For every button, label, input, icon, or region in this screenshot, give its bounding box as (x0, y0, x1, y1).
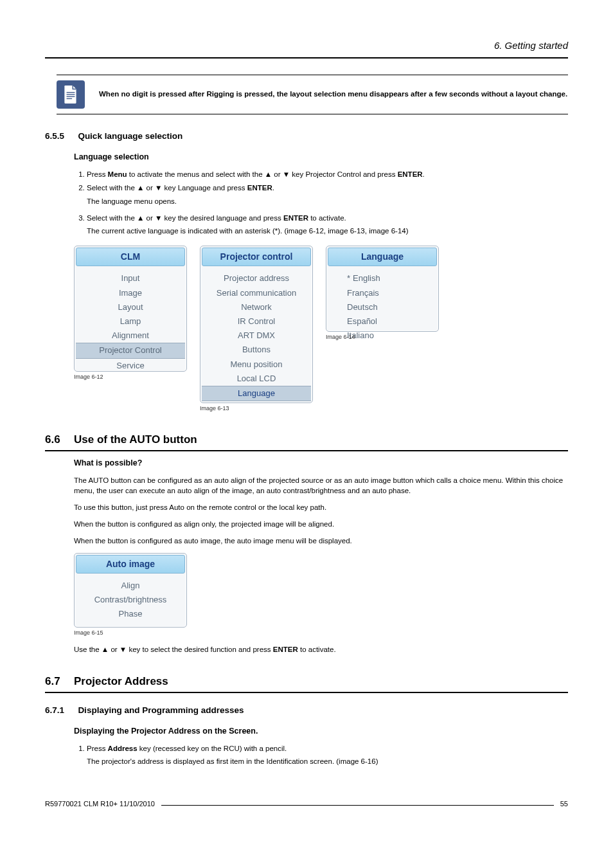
menu-title: Auto image (76, 555, 185, 574)
footer-left: R59770021 CLM R10+ 11/10/2010 (45, 799, 155, 809)
menu-language: Language *EnglishFrançaisDeutschEspañolI… (326, 246, 439, 332)
heading-title: Projector Address (74, 674, 168, 689)
section-rule-66 (45, 450, 568, 451)
txt: key (recessed key on the RCU) with a pen… (138, 745, 287, 752)
sub-heading-lang-sel: Language selection (74, 152, 568, 163)
menu-clm: CLM InputImageLayoutLampAlignmentProject… (74, 246, 187, 372)
menu-item: Projector address (202, 271, 311, 285)
menu-title: Language (328, 248, 437, 267)
menu-item: Menu position (202, 357, 311, 372)
menu-item: Français (347, 286, 425, 300)
p4: When the button is configured as auto im… (74, 536, 568, 546)
note-box: When no digit is pressed after Rigging i… (57, 75, 568, 114)
menu-item: Alignment (76, 329, 185, 343)
document-icon (62, 85, 79, 104)
menu-title: CLM (76, 248, 185, 267)
bold: Address (108, 745, 138, 752)
step-2: Select with the ▲ or ▼ key Language and … (87, 183, 568, 206)
p3: When the button is configured as align o… (74, 519, 568, 529)
txt: Select with the ▲ or ▼ key the desired l… (87, 214, 283, 222)
menu-projector-control: Projector control Projector addressSeria… (200, 246, 313, 403)
menu-item: Buttons (202, 343, 311, 357)
heading-title: Displaying and Programming addresses (78, 705, 244, 717)
steps-655: Press Menu to activate the menus and sel… (74, 169, 568, 235)
heading-title: Use of the AUTO button (74, 432, 197, 448)
note-bottom-rule (57, 114, 568, 114)
p2: To use this button, just press Auto on t… (74, 502, 568, 512)
menu-item: Phase (76, 607, 185, 621)
heading-num: 6.5.5 (45, 131, 64, 141)
heading-671: 6.7.1 Displaying and Programming address… (45, 705, 568, 717)
caption-613: Image 6-13 (200, 404, 313, 413)
step-1: Press Menu to activate the menus and sel… (87, 169, 568, 179)
heading-num: 6.7 (45, 674, 74, 689)
menu-title: Projector control (202, 248, 311, 267)
txt: . (423, 170, 425, 178)
caption-615: Image 6-15 (74, 629, 186, 637)
screenshot-row-1: CLM InputImageLayoutLampAlignmentProject… (74, 246, 568, 413)
menu-item: Language (202, 386, 311, 401)
step1-note: The projector's address is displayed as … (87, 756, 568, 766)
bold: ENTER (283, 214, 308, 222)
menu-item: Serial communication (202, 286, 311, 300)
p5: Use the ▲ or ▼ key to select the desired… (74, 644, 568, 655)
menu-item: Network (202, 300, 311, 314)
menu-item: *English (347, 271, 425, 285)
header-rule (45, 57, 568, 59)
heading-num: 6.6 (45, 432, 74, 448)
menu-item: Deutsch (347, 300, 425, 314)
caption-614: Image 6-14 (326, 333, 439, 341)
heading-655: 6.5.5 Quick language selection (45, 131, 568, 143)
heading-67: 6.7 Projector Address (45, 674, 568, 689)
txt: to activate. (298, 646, 336, 653)
txt: to activate. (308, 214, 346, 222)
sub-heading-display-proj-addr: Displaying the Projector Address on the … (74, 726, 568, 737)
menu-item: Image (76, 286, 185, 300)
txt: Press (87, 170, 108, 178)
menu-item: Español (347, 314, 425, 329)
menu-item: Contrast/brightness (76, 593, 185, 607)
menu-item: Layout (76, 300, 185, 314)
bold: ENTER (398, 170, 423, 178)
page-number: 55 (560, 799, 568, 809)
steps-671: Press Address key (recessed key on the R… (74, 743, 568, 766)
txt: to activate the menus and select with th… (127, 170, 398, 178)
menu-item: Service (76, 359, 185, 373)
txt: Select with the ▲ or ▼ key Language and … (87, 184, 247, 192)
note-icon (57, 80, 85, 109)
menu-item: Align (76, 579, 185, 593)
p1: The AUTO button can be configured as an … (74, 475, 568, 496)
menu-item: Lamp (76, 314, 185, 329)
page-footer: R59770021 CLM R10+ 11/10/2010 55 (45, 799, 568, 809)
step3-note: The current active language is indicated… (87, 226, 568, 236)
step-1: Press Address key (recessed key on the R… (87, 743, 568, 766)
page-header: 6. Getting started (45, 39, 568, 52)
caption-612: Image 6-12 (74, 373, 187, 381)
menu-item: Local LCD (202, 372, 311, 386)
bold: Menu (108, 170, 127, 178)
menu-item: Projector Control (76, 343, 185, 358)
menu-item: ART DMX (202, 329, 311, 343)
step-3: Select with the ▲ or ▼ key the desired l… (87, 213, 568, 236)
txt: Press (87, 745, 108, 752)
menu-auto-image: Auto image AlignContrast/brightnessPhase (74, 553, 187, 628)
heading-num: 6.7.1 (45, 705, 64, 715)
heading-66: 6.6 Use of the AUTO button (45, 432, 568, 448)
menu-item: IR Control (202, 314, 311, 329)
step2-note: The language menu opens. (87, 196, 568, 206)
txt: Use the ▲ or ▼ key to select the desired… (74, 646, 273, 653)
footer-rule (161, 805, 554, 806)
txt: . (272, 184, 274, 192)
heading-title: Quick language selection (78, 131, 182, 143)
sub-heading-what-possible: What is possible? (74, 458, 568, 469)
section-rule-67 (45, 692, 568, 693)
bold: ENTER (273, 646, 298, 653)
menu-item: Input (76, 271, 185, 285)
bold: ENTER (247, 184, 272, 192)
note-text: When no digit is pressed after Rigging i… (99, 89, 567, 100)
